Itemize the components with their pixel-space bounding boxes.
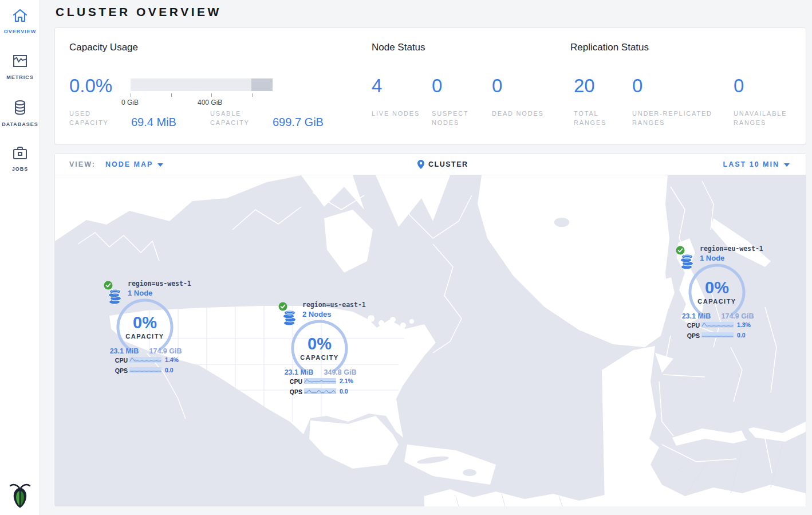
marker-cpu-label: CPU: [283, 378, 302, 385]
home-icon: [11, 7, 29, 23]
sidebar-item-overview[interactable]: OVERVIEW: [0, 7, 40, 34]
used-capacity-value: 69.4 MiB: [131, 116, 176, 129]
cockroachdb-logo: [9, 482, 31, 508]
node-status-title: Node Status: [372, 42, 425, 53]
qps-sparkline: [701, 332, 734, 338]
marker-cpu-value: 2.1%: [340, 378, 353, 384]
total-ranges-label: TOTAL RANGES: [574, 109, 626, 127]
capacity-percent: 0.0%: [69, 75, 112, 97]
marker-qps-value: 0.0: [737, 332, 746, 339]
briefcase-icon: [11, 145, 29, 161]
under-replicated-ranges-value: 0: [632, 75, 642, 97]
marker-qps-value: 0.0: [340, 388, 348, 395]
node-map-marker-us-west-1[interactable]: region=us-west-1 1 Node 0% CAPACITY 23.1…: [93, 276, 219, 379]
marker-qps-label: QPS: [108, 367, 128, 374]
view-selector[interactable]: NODE MAP: [105, 160, 163, 168]
capacity-tick-0: 0 GiB: [121, 99, 139, 107]
replication-status-title: Replication Status: [570, 42, 649, 53]
marker-cpu-value: 1.3%: [737, 321, 751, 328]
sidebar-item-databases[interactable]: DATABASES: [0, 99, 40, 127]
capacity-usage-title: Capacity Usage: [69, 42, 138, 53]
view-label: VIEW:: [69, 160, 96, 168]
sidebar-item-label: METRICS: [0, 74, 40, 80]
sidebar-item-label: JOBS: [0, 166, 40, 172]
qps-sparkline: [129, 367, 161, 373]
marker-qps-label: QPS: [680, 332, 700, 339]
metrics-icon: [11, 53, 29, 69]
marker-qps-label: QPS: [283, 388, 302, 395]
cpu-sparkline: [129, 357, 161, 363]
dead-nodes-label: DEAD NODES: [492, 109, 545, 118]
unavailable-ranges-label: UNAVAILABLE RANGES: [734, 109, 805, 127]
location-pin-icon: [417, 160, 424, 169]
capacity-bar: [131, 78, 273, 91]
sidebar-item-metrics[interactable]: METRICS: [0, 53, 40, 80]
marker-qps-value: 0.0: [165, 367, 174, 374]
total-ranges-value: 20: [574, 75, 595, 97]
page-title: CLUSTER OVERVIEW: [56, 5, 222, 19]
sidebar-item-label: DATABASES: [0, 121, 40, 127]
database-icon: [11, 99, 29, 116]
time-range-selector[interactable]: LAST 10 MIN: [723, 160, 790, 168]
used-capacity-label: USED CAPACITY: [69, 109, 122, 127]
marker-total-capacity: 174.9 GiB: [140, 347, 191, 355]
marker-region-label: region=us-west-1: [128, 280, 191, 288]
unavailable-ranges-value: 0: [734, 75, 744, 97]
dead-nodes-value: 0: [492, 75, 502, 97]
capacity-tick-400: 400 GiB: [198, 99, 222, 107]
sidebar-item-label: OVERVIEW: [0, 29, 40, 34]
cpu-sparkline: [701, 322, 734, 328]
node-map-marker-eu-west-1[interactable]: region=eu-west-1 1 Node 0% CAPACITY 23.1…: [665, 241, 791, 344]
chevron-down-icon: [784, 163, 790, 167]
marker-capacity-percent: 0%: [685, 278, 748, 297]
cpu-sparkline: [304, 378, 336, 384]
suspect-nodes-label: SUSPECT NODES: [432, 109, 484, 127]
sidebar: OVERVIEW METRICS DATABASES JOBS: [0, 0, 40, 515]
marker-cpu-label: CPU: [108, 357, 128, 364]
marker-region-label: region=us-east-1: [302, 301, 366, 309]
usable-capacity-value: 699.7 GiB: [273, 116, 324, 129]
marker-total-capacity: 349.8 GiB: [315, 368, 365, 376]
marker-total-capacity: 174.9 GiB: [712, 312, 763, 320]
marker-cpu-value: 1.4%: [165, 356, 179, 363]
live-nodes-label: LIVE NODES: [372, 109, 424, 118]
marker-cpu-label: CPU: [680, 322, 700, 329]
breadcrumb[interactable]: CLUSTER: [428, 160, 468, 168]
usable-capacity-label: USABLE CAPACITY: [210, 109, 263, 127]
marker-capacity-percent: 0%: [113, 313, 176, 332]
marker-capacity-label: CAPACITY: [288, 354, 351, 361]
map-toolbar: VIEW: NODE MAP CLUSTER LAST 10 MIN: [55, 154, 806, 175]
capacity-bar-end-segment: [251, 78, 273, 91]
live-nodes-value: 4: [372, 75, 382, 97]
sidebar-item-jobs[interactable]: JOBS: [0, 145, 40, 172]
cluster-summary-panel: Capacity Usage 0.0% 0 GiB 400 GiB USED C…: [54, 27, 806, 145]
under-replicated-ranges-label: UNDER-REPLICATED RANGES: [632, 109, 727, 127]
marker-capacity-label: CAPACITY: [685, 298, 748, 305]
suspect-nodes-value: 0: [432, 75, 442, 97]
chevron-down-icon: [157, 163, 163, 167]
marker-capacity-percent: 0%: [288, 335, 351, 353]
marker-region-label: region=eu-west-1: [700, 245, 763, 253]
marker-capacity-label: CAPACITY: [113, 333, 176, 340]
qps-sparkline: [304, 388, 336, 394]
node-map-marker-us-east-1[interactable]: region=us-east-1 2 Nodes 0% CAPACITY 23.…: [268, 297, 394, 400]
node-map-panel: VIEW: NODE MAP CLUSTER LAST 10 MIN: [54, 154, 806, 506]
world-map: region=us-west-1 1 Node 0% CAPACITY 23.1…: [55, 175, 806, 506]
